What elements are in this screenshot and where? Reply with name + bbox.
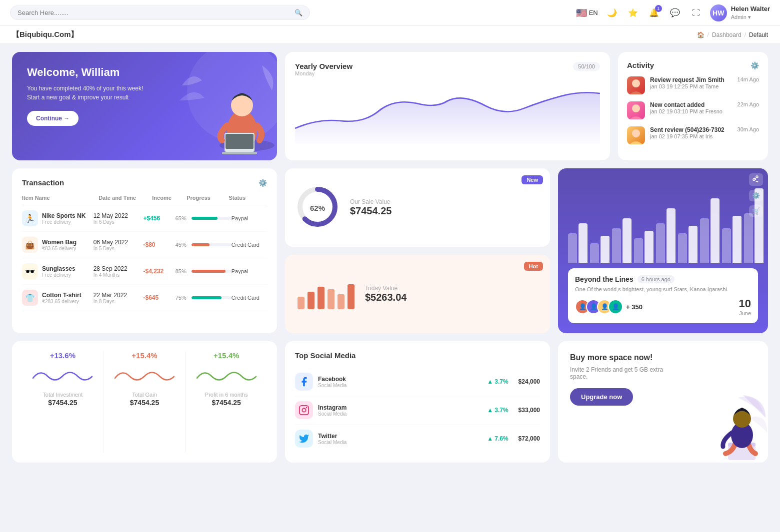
beyond-title: Beyond the Lines [575,275,634,283]
svg-rect-5 [222,152,257,154]
sale-value-card: New 62% Our Sale Value $7454.25 [285,168,550,247]
activity-desc-3: jan 02 19 07:35 PM at Iris [650,133,732,139]
notifications-icon[interactable]: 🔔 1 [647,6,661,20]
chart-share-icon[interactable] [749,173,763,186]
yearly-day: Monday [295,70,352,76]
table-header: Item Name Date and Time Income Progress … [22,195,267,205]
chart-settings-icon[interactable]: ⚙️ [749,190,763,201]
social-row-instagram: Instagram Social Media ▲ 3.7% $33,000 [295,396,540,425]
stat-wave-3 [186,364,267,389]
search-icon: 🔍 [294,9,302,16]
donut-label: 62% [310,203,325,212]
favorites-icon[interactable]: ⭐ [626,6,640,20]
messages-icon[interactable]: 💬 [668,6,682,20]
buyspace-illustration [678,393,768,463]
breadcrumb-home-icon: 🏠 [697,31,704,38]
activity-thumb-3 [627,126,645,144]
item-icon-3: 🕶️ [22,263,38,279]
welcome-subtitle: You have completed 40% of your this week… [27,84,147,102]
breadcrumb: 🏠 / Dashboard / Default [697,31,768,38]
activity-time-2: 22m Ago [738,101,759,107]
income-1: +$456 [143,215,175,222]
yearly-chart [295,83,600,143]
activity-thumb-2 [627,101,645,119]
stat-profit: +15.4% Profit in 6 months $7454.25 [186,351,267,453]
item-icon-1: 🏃 [22,210,38,226]
svg-rect-14 [328,289,334,309]
activity-desc-1: jan 03 19 12:25 PM at Tame [650,83,732,89]
upgrade-button[interactable]: Upgrade now [570,388,633,406]
chart-cart-icon[interactable]: 🛒 [749,205,763,217]
yearly-title: Yearly Overview [295,62,352,70]
yearly-badge: 50/100 [573,62,600,71]
buyspace-desc: Invite 2 Friends and get 5 GB extra spac… [570,366,670,380]
language-selector[interactable]: 🇺🇸 EN [576,7,598,18]
avatar-4: 👤 [608,299,623,314]
breadcrumb-dashboard: Dashboard [712,31,742,38]
beyond-date-num: 10 [739,297,751,310]
activity-settings-icon[interactable]: ⚙️ [750,61,759,69]
bar-chart [568,178,758,263]
instagram-icon [295,401,313,419]
svg-rect-17 [300,406,308,415]
sales-stack: New 62% Our Sale Value $7454.25 Hot [285,168,550,333]
twitter-icon [295,430,313,448]
brand-logo: 【Biqubiqu.Com】 [12,30,78,39]
item-icon-2: 👜 [22,237,38,253]
svg-rect-15 [338,294,344,309]
activity-card: Activity ⚙️ Review request Jim Smith jan… [618,52,768,160]
welcome-illustration [177,52,277,160]
svg-point-6 [632,79,640,87]
beyond-plus-count: + 350 [626,303,642,311]
welcome-card: Welcome, William You have completed 40% … [12,52,277,160]
expand-icon[interactable]: ⛶ [689,6,703,20]
hot-badge: Hot [524,262,543,271]
activity-name-1: Review request Jim Smith [650,76,732,83]
notification-badge: 1 [655,5,662,12]
buyspace-card: Buy more space now! Invite 2 Friends and… [558,341,768,463]
svg-rect-4 [226,134,254,149]
activity-thumb-1 [627,76,645,94]
activity-time-3: 30m Ago [738,126,759,132]
nav-right: 🇺🇸 EN 🌙 ⭐ 🔔 1 💬 ⛶ HW Helen Walter Admin … [576,4,770,21]
darkmode-toggle[interactable]: 🌙 [605,6,619,20]
buyspace-title: Buy more space now! [570,353,672,362]
user-menu[interactable]: HW Helen Walter Admin ▾ [710,4,770,21]
activity-time-1: 14m Ago [738,76,759,82]
svg-rect-16 [348,284,354,309]
breadcrumb-bar: 【Biqubiqu.Com】 🏠 / Dashboard / Default [0,26,780,44]
beyond-date-month: June [739,310,751,316]
svg-rect-13 [318,287,324,309]
row-3: +13.6% Total Investment $7454.25 +15.4% [12,341,768,463]
donut-chart: 62% [295,184,340,231]
table-row: 👕 Cotton T-shirt ₹283.65 delivery 22 Mar… [22,285,267,311]
facebook-icon [295,373,313,391]
table-row: 🏃 Nike Sports NK Free delivery 12 May 20… [22,205,267,232]
social-title: Top Social Media [295,351,356,360]
activity-name-3: Sent review (504)236-7302 [650,126,732,133]
activity-name-2: New contact added [650,101,732,108]
search-bar[interactable]: 🔍 [10,5,310,20]
item-icon-4: 👕 [22,290,38,306]
social-row-facebook: Facebook Social Media ▲ 3.7% $24,000 [295,368,540,396]
row-1: Welcome, William You have completed 40% … [12,52,768,160]
activity-item-2: New contact added jan 02 19 03:10 PM at … [627,101,759,119]
row-2: Transaction ⚙️ Item Name Date and Time I… [12,168,768,333]
activity-title: Activity [627,61,654,69]
svg-point-7 [632,104,640,112]
activity-item-1: Review request Jim Smith jan 03 19 12:25… [627,76,759,94]
stat-wave-1 [22,364,104,389]
search-input[interactable] [18,9,294,16]
transaction-settings-icon[interactable]: ⚙️ [258,179,267,187]
stat-gain: +15.4% Total Gain $7454.25 [104,351,186,453]
continue-button[interactable]: Continue → [27,111,78,126]
stat-investment: +13.6% Total Investment $7454.25 [22,351,104,453]
svg-point-8 [632,129,640,137]
income-3: -$4,232 [143,268,175,275]
yearly-overview-card: Yearly Overview Monday 50/100 [285,52,610,160]
transaction-card: Transaction ⚙️ Item Name Date and Time I… [12,168,277,333]
beyond-time: 6 hours ago [638,275,674,283]
today-value-card: Hot Today Value $5263.04 [285,255,550,333]
activity-item-3: Sent review (504)236-7302 jan 02 19 07:3… [627,126,759,144]
bar-chart-card: ⚙️ 🛒 Beyond the Lines 6 hours ago On [558,168,768,333]
